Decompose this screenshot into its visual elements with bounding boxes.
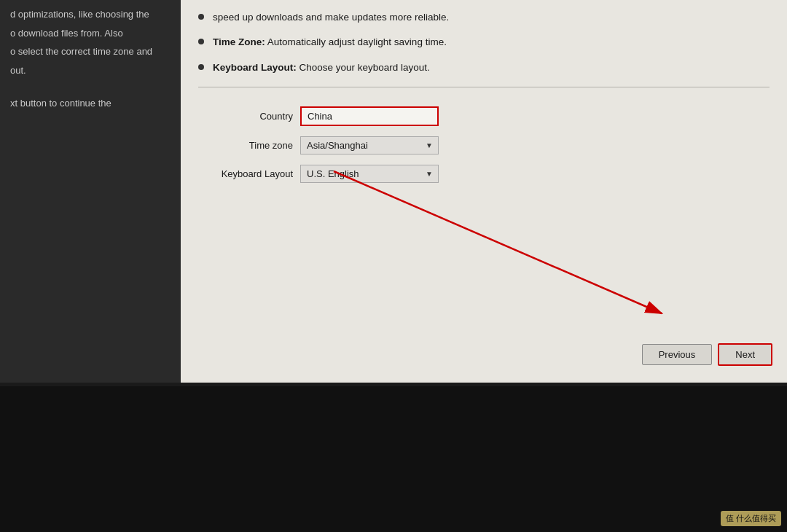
watermark: 值 什么值得买 bbox=[721, 511, 781, 526]
next-button[interactable]: Next bbox=[718, 343, 772, 366]
bullet-dot-1 bbox=[198, 14, 204, 20]
bullet-dot-2 bbox=[198, 39, 204, 44]
screen: d optimizations, like choosing the o dow… bbox=[0, 0, 787, 386]
timezone-label: Time zone bbox=[198, 140, 300, 151]
bullet-item-3: Keyboard Layout: Choose your keyboard la… bbox=[198, 60, 770, 75]
previous-button[interactable]: Previous bbox=[642, 344, 713, 365]
country-label: Country bbox=[198, 111, 300, 122]
right-panel: speed up downloads and make updates more… bbox=[181, 0, 787, 386]
left-text-4: out. bbox=[10, 63, 171, 78]
bullet-text-2: Time Zone: Automatically adjust daylight… bbox=[213, 35, 447, 50]
keyboard-row: Keyboard Layout U.S. English ▼ bbox=[198, 165, 770, 183]
keyboard-select[interactable]: U.S. English bbox=[300, 165, 439, 183]
bullet-item-2: Time Zone: Automatically adjust daylight… bbox=[198, 35, 770, 50]
left-panel: d optimizations, like choosing the o dow… bbox=[0, 0, 181, 386]
divider bbox=[198, 87, 770, 87]
bullet-text-1: speed up downloads and make updates more… bbox=[213, 10, 449, 25]
form-area: Country Time zone Asia/Shanghai ▼ Keyboa… bbox=[198, 99, 770, 183]
annotation-arrow bbox=[181, 0, 787, 386]
country-row: Country bbox=[198, 106, 770, 126]
buttons-row: Previous Next bbox=[642, 343, 772, 366]
timezone-select-wrap: Asia/Shanghai ▼ bbox=[300, 136, 439, 154]
keyboard-area: F7 F8 F9 F10 F11 F12 Home End bbox=[0, 386, 787, 532]
bullet-dot-3 bbox=[198, 64, 204, 70]
left-text-1: d optimizations, like choosing the bbox=[10, 7, 171, 22]
left-text-5: xt button to continue the bbox=[10, 96, 171, 111]
timezone-select[interactable]: Asia/Shanghai bbox=[300, 136, 439, 154]
left-text-3: o select the correct time zone and bbox=[10, 44, 171, 59]
keyboard-select-wrap: U.S. English ▼ bbox=[300, 165, 439, 183]
left-text-2: o download files from. Also bbox=[10, 26, 171, 41]
country-input[interactable] bbox=[300, 106, 439, 126]
bullet-item-1: speed up downloads and make updates more… bbox=[198, 10, 770, 25]
bullet-text-3: Keyboard Layout: Choose your keyboard la… bbox=[213, 60, 430, 75]
svg-line-1 bbox=[334, 171, 662, 313]
keyboard-label: Keyboard Layout bbox=[198, 168, 300, 179]
timezone-row: Time zone Asia/Shanghai ▼ bbox=[198, 136, 770, 154]
